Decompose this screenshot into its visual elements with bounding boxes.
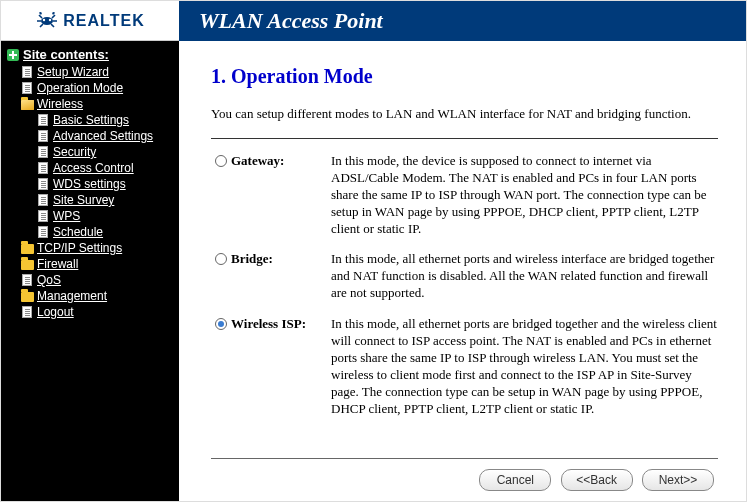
nav-label: Wireless: [37, 97, 83, 111]
tree-icon: [7, 49, 19, 61]
nav-label: Schedule: [53, 225, 103, 239]
nav-label: Access Control: [53, 161, 134, 175]
nav-item-wps[interactable]: WPS: [5, 208, 175, 224]
nav-label: WPS: [53, 209, 80, 223]
folder-icon: [21, 244, 34, 254]
nav-label: QoS: [37, 273, 61, 287]
page-icon: [38, 114, 48, 126]
option-list: Gateway:In this mode, the device is supp…: [211, 153, 718, 431]
svg-point-1: [43, 18, 45, 20]
page-icon: [38, 194, 48, 206]
nav-item-wds-settings[interactable]: WDS settings: [5, 176, 175, 192]
option-gateway: Gateway:In this mode, the device is supp…: [211, 153, 718, 237]
intro-text: You can setup different modes to LAN and…: [211, 106, 718, 122]
page-icon: [38, 178, 48, 190]
folder-icon: [21, 292, 34, 302]
svg-point-2: [49, 18, 51, 20]
page-title: 1. Operation Mode: [211, 65, 718, 88]
page-icon: [38, 226, 48, 238]
nav-label: Security: [53, 145, 96, 159]
cancel-button[interactable]: Cancel: [479, 469, 551, 491]
folder-icon: [21, 260, 34, 270]
next-button[interactable]: Next>>: [642, 469, 714, 491]
nav-item-site-survey[interactable]: Site Survey: [5, 192, 175, 208]
app-window: REALTEK WLAN Access Point Site contents:…: [0, 0, 747, 502]
nav-item-operation-mode[interactable]: Operation Mode: [5, 80, 175, 96]
nav-label: Firewall: [37, 257, 78, 271]
option-label: Gateway:: [231, 153, 331, 237]
option-desc: In this mode, all ethernet ports and wir…: [331, 251, 718, 302]
nav-label: Basic Settings: [53, 113, 129, 127]
logo: REALTEK: [35, 9, 144, 33]
page-icon: [38, 146, 48, 158]
option-label: Wireless ISP:: [231, 316, 331, 417]
nav-item-tcp-ip-settings[interactable]: TCP/IP Settings: [5, 240, 175, 256]
nav-item-qos[interactable]: QoS: [5, 272, 175, 288]
nav-label: TCP/IP Settings: [37, 241, 122, 255]
nav-item-access-control[interactable]: Access Control: [5, 160, 175, 176]
nav-label: Advanced Settings: [53, 129, 153, 143]
nav-item-firewall[interactable]: Firewall: [5, 256, 175, 272]
nav-item-security[interactable]: Security: [5, 144, 175, 160]
nav-item-wireless[interactable]: Wireless: [5, 96, 175, 112]
back-button[interactable]: <<Back: [561, 469, 633, 491]
nav-label: Operation Mode: [37, 81, 123, 95]
page-icon: [38, 130, 48, 142]
option-desc: In this mode, the device is supposed to …: [331, 153, 718, 237]
nav-label: WDS settings: [53, 177, 126, 191]
sidebar: Site contents: Setup WizardOperation Mod…: [1, 41, 179, 501]
page-icon: [22, 274, 32, 286]
nav-item-setup-wizard[interactable]: Setup Wizard: [5, 64, 175, 80]
realtek-crab-icon: [35, 9, 59, 33]
page-icon: [38, 162, 48, 174]
option-wireless-isp: Wireless ISP:In this mode, all ethernet …: [211, 316, 718, 417]
page-icon: [22, 306, 32, 318]
main-content: 1. Operation Mode You can setup differen…: [179, 41, 746, 501]
sidebar-title: Site contents:: [5, 47, 175, 62]
header-title: WLAN Access Point: [179, 1, 746, 41]
nav-item-basic-settings[interactable]: Basic Settings: [5, 112, 175, 128]
radio-bridge[interactable]: [215, 253, 227, 265]
button-row: Cancel <<Back Next>>: [211, 459, 718, 491]
nav-label: Logout: [37, 305, 74, 319]
nav-label: Site Survey: [53, 193, 114, 207]
radio-gateway[interactable]: [215, 155, 227, 167]
option-bridge: Bridge:In this mode, all ethernet ports …: [211, 251, 718, 302]
nav-item-schedule[interactable]: Schedule: [5, 224, 175, 240]
folder-open-icon: [21, 100, 34, 110]
header: REALTEK WLAN Access Point: [1, 1, 746, 41]
nav-label: Setup Wizard: [37, 65, 109, 79]
nav-item-management[interactable]: Management: [5, 288, 175, 304]
page-icon: [22, 66, 32, 78]
divider: [211, 138, 718, 139]
page-icon: [38, 210, 48, 222]
nav-label: Management: [37, 289, 107, 303]
option-label: Bridge:: [231, 251, 331, 302]
nav-item-logout[interactable]: Logout: [5, 304, 175, 320]
nav-item-advanced-settings[interactable]: Advanced Settings: [5, 128, 175, 144]
sidebar-title-text: Site contents:: [23, 47, 109, 62]
logo-box: REALTEK: [1, 1, 179, 41]
logo-text: REALTEK: [63, 12, 144, 30]
radio-wireless-isp[interactable]: [215, 318, 227, 330]
option-desc: In this mode, all ethernet ports are bri…: [331, 316, 718, 417]
page-icon: [22, 82, 32, 94]
nav-list: Setup WizardOperation ModeWirelessBasic …: [5, 64, 175, 320]
